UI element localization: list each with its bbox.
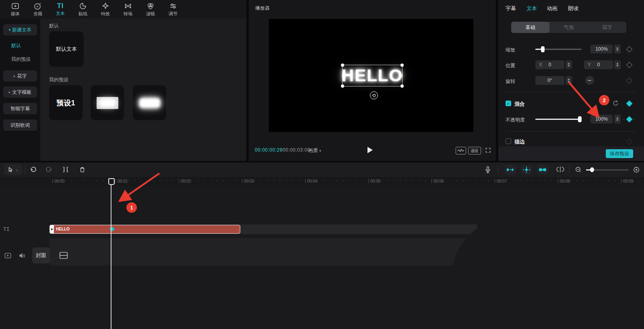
scale-stepper[interactable] xyxy=(614,45,621,53)
ruler-minor-tick xyxy=(274,180,274,182)
resize-handle-br[interactable] xyxy=(400,84,404,88)
timeline-ruler[interactable]: 00:0000:0100:0200:0300:0400:0500:0600:07… xyxy=(0,177,644,186)
nav-filter[interactable]: 滤镜 xyxy=(139,0,162,18)
sidebar-item-new-text[interactable]: ▾ 新建文本 xyxy=(3,24,37,35)
opacity-slider[interactable] xyxy=(535,119,582,120)
snap-toggle-button[interactable] xyxy=(505,165,516,175)
nav-media[interactable]: 媒体 xyxy=(4,0,27,18)
nav-audio[interactable]: 音频 xyxy=(27,0,49,18)
preset-card-2[interactable] xyxy=(91,85,124,120)
waveform-toggle-button[interactable] xyxy=(456,147,466,154)
quality-dropdown[interactable]: 画质 ▾ xyxy=(308,147,321,154)
keyframe-next-icon[interactable]: › xyxy=(634,116,635,121)
clip-trim-handle-left[interactable] xyxy=(50,225,54,233)
playhead-head[interactable] xyxy=(108,178,115,185)
preset-card-1[interactable]: 预设1 xyxy=(49,85,83,120)
nav-transition[interactable]: 转场 xyxy=(117,0,139,18)
save-preset-button[interactable]: 保存预设 xyxy=(606,149,633,158)
nav-text[interactable]: TI 文本 xyxy=(49,0,72,18)
timeline-zoom-slider[interactable] xyxy=(586,169,629,171)
undo-button[interactable] xyxy=(29,166,37,174)
tab-read-aloud[interactable]: 朗读 xyxy=(568,5,578,12)
sidebar-item-default[interactable]: 默认 xyxy=(11,42,21,49)
video-track-lane[interactable] xyxy=(50,238,477,265)
stroke-keyframe-icon[interactable] xyxy=(626,139,633,145)
default-text-card[interactable]: 默认文本 xyxy=(49,31,84,67)
rotation-stepper[interactable] xyxy=(566,76,572,85)
sidebar-item-my-presets[interactable]: 我的预设 xyxy=(11,56,31,63)
tab-animation[interactable]: 动画 xyxy=(547,5,557,12)
video-text-overlay[interactable]: HELLO xyxy=(342,66,403,85)
fit-button[interactable]: 适应 xyxy=(468,147,481,154)
preset-card-3[interactable] xyxy=(133,85,166,120)
playhead-line[interactable] xyxy=(111,183,111,329)
rotation-keyframe-icon[interactable] xyxy=(626,78,633,84)
scale-slider[interactable] xyxy=(535,49,582,50)
fullscreen-button[interactable] xyxy=(485,147,491,154)
text-clip-hello[interactable]: HELLO xyxy=(50,225,240,234)
blend-keyframe-icon[interactable] xyxy=(626,101,633,107)
scale-value-input[interactable]: 100% xyxy=(590,45,613,53)
ruler-minor-tick xyxy=(596,180,596,182)
rotate-handle[interactable] xyxy=(370,91,378,99)
blend-reset-icon[interactable] xyxy=(612,100,619,108)
timeline-zoom-handle[interactable] xyxy=(590,167,594,172)
subtab-bubble[interactable]: 气泡 xyxy=(549,22,588,33)
scale-keyframe-icon[interactable] xyxy=(626,46,633,53)
resize-handle-tl[interactable] xyxy=(341,64,344,67)
ruler-label: 00:04 xyxy=(307,179,317,183)
opacity-slider-handle[interactable] xyxy=(578,116,582,122)
blend-checkbox[interactable]: ✓ xyxy=(506,101,511,106)
resize-handle-left[interactable] xyxy=(342,74,343,77)
delete-button[interactable] xyxy=(78,165,86,173)
zoom-in-button[interactable] xyxy=(633,166,640,173)
sidebar-item-recognize-lyrics[interactable]: 识别歌词 xyxy=(3,119,37,131)
record-voice-button[interactable] xyxy=(483,165,492,175)
split-clip-button[interactable]: ][ xyxy=(61,165,70,174)
ruler-minor-tick xyxy=(141,180,141,182)
opacity-value-input[interactable]: 100% xyxy=(590,115,613,123)
resize-handle-tr[interactable] xyxy=(400,64,404,67)
position-x-stepper[interactable] xyxy=(566,60,572,69)
auto-highlight-toggle-button[interactable] xyxy=(521,165,532,175)
tab-text[interactable]: 文本 xyxy=(526,5,537,12)
nav-sticker[interactable]: 贴纸 xyxy=(72,0,94,18)
sidebar-item-fancy-text[interactable]: ▸ 花字 xyxy=(3,70,37,82)
sidebar-item-text-template[interactable]: ▸ 文字模板 xyxy=(3,86,37,98)
preview-axis-button[interactable] xyxy=(555,165,565,173)
ruler-label: 00:06 xyxy=(433,179,444,183)
nav-adjust[interactable]: 调节 xyxy=(162,0,184,18)
sidebar-item-smart-subtitle[interactable]: 智能字幕 xyxy=(3,103,37,114)
cover-button[interactable]: 封面 xyxy=(32,247,50,263)
add-video-placeholder[interactable] xyxy=(59,251,68,259)
position-y-input[interactable]: Y 0 xyxy=(584,60,613,69)
opacity-stepper[interactable] xyxy=(614,115,621,123)
track-hide-button[interactable] xyxy=(4,252,11,259)
zoom-out-button[interactable] xyxy=(575,166,582,173)
divider xyxy=(25,166,25,174)
select-tool-button[interactable]: ⌄ xyxy=(4,164,22,175)
player-canvas[interactable]: HELLO xyxy=(269,19,473,132)
position-x-input[interactable]: X 0 xyxy=(535,60,564,69)
text-selection-box[interactable]: HELLO xyxy=(342,65,402,86)
opacity-keyframe-icon[interactable] xyxy=(626,116,633,123)
scale-slider-handle[interactable] xyxy=(541,46,545,52)
transition-icon xyxy=(124,2,132,10)
rotation-value-input[interactable]: 0° xyxy=(535,76,564,85)
nav-effects[interactable]: 特效 xyxy=(94,0,117,18)
position-y-stepper[interactable] xyxy=(614,60,621,69)
player-controls-bar: 00:00:00:29 00:00:03:00 画质 ▾ 适应 xyxy=(249,144,496,157)
position-keyframe-icon[interactable] xyxy=(626,62,633,68)
redo-button[interactable] xyxy=(45,166,53,174)
play-button[interactable] xyxy=(366,146,374,154)
rotation-dial[interactable] xyxy=(585,76,594,85)
link-toggle-button[interactable] xyxy=(537,165,548,175)
tab-subtitle[interactable]: 字幕 xyxy=(506,5,516,12)
resize-handle-bl[interactable] xyxy=(341,84,344,88)
track-mute-button[interactable] xyxy=(19,253,26,259)
stroke-checkbox[interactable] xyxy=(506,138,511,144)
keyframe-prev-icon[interactable]: ‹ xyxy=(623,116,625,121)
subtab-fancy[interactable]: 花字 xyxy=(588,22,626,33)
subtab-basic[interactable]: 基础 xyxy=(511,22,549,33)
resize-handle-right[interactable] xyxy=(402,74,402,77)
